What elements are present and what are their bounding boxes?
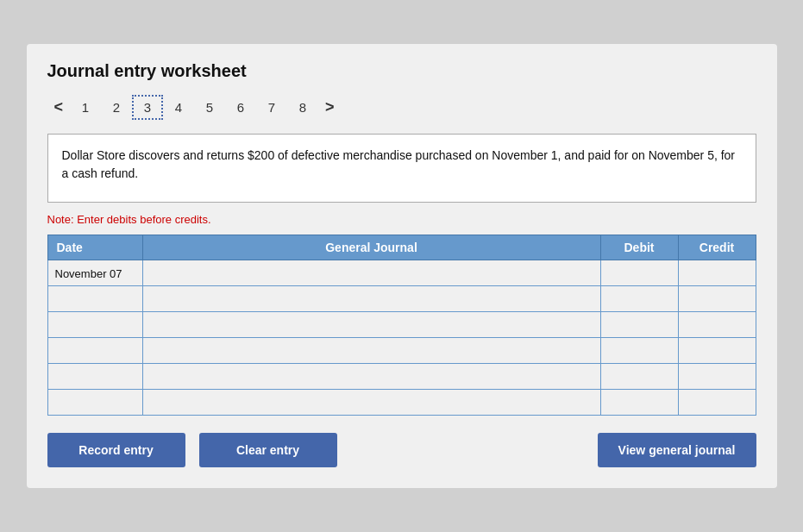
cell-general-0[interactable] bbox=[142, 260, 600, 286]
tab-2[interactable]: 2 bbox=[101, 97, 132, 118]
table-row bbox=[47, 364, 756, 390]
col-header-date: Date bbox=[47, 235, 142, 260]
input-debit-4[interactable] bbox=[601, 364, 678, 389]
cell-general-5[interactable] bbox=[142, 390, 600, 416]
tab-4[interactable]: 4 bbox=[163, 97, 194, 118]
input-general-5[interactable] bbox=[143, 390, 600, 415]
input-credit-4[interactable] bbox=[679, 364, 756, 389]
table-row bbox=[47, 312, 756, 338]
input-credit-5[interactable] bbox=[679, 390, 756, 415]
col-header-debit: Debit bbox=[600, 235, 678, 260]
table-row bbox=[47, 286, 756, 312]
cell-debit-4[interactable] bbox=[600, 364, 678, 390]
tab-3[interactable]: 3 bbox=[132, 95, 163, 120]
table-row bbox=[47, 338, 756, 364]
tab-navigation: < 12345678> bbox=[47, 95, 756, 120]
input-credit-3[interactable] bbox=[679, 338, 756, 363]
col-header-credit: Credit bbox=[678, 235, 756, 260]
cell-general-3[interactable] bbox=[142, 338, 600, 364]
input-general-1[interactable] bbox=[143, 286, 600, 311]
cell-date-4[interactable] bbox=[47, 364, 142, 390]
tab-7[interactable]: 7 bbox=[256, 97, 287, 118]
journal-table: Date General Journal Debit Credit Novemb… bbox=[47, 235, 756, 416]
cell-debit-0[interactable] bbox=[600, 260, 678, 286]
cell-debit-2[interactable] bbox=[600, 312, 678, 338]
cell-credit-2[interactable] bbox=[678, 312, 756, 338]
input-date-3[interactable] bbox=[48, 338, 142, 363]
note-text: Note: Enter debits before credits. bbox=[47, 213, 756, 226]
input-general-4[interactable] bbox=[143, 364, 600, 389]
cell-credit-0[interactable] bbox=[678, 260, 756, 286]
input-date-1[interactable] bbox=[48, 286, 142, 311]
next-arrow[interactable]: > bbox=[318, 95, 342, 120]
tab-6[interactable]: 6 bbox=[225, 97, 256, 118]
prev-arrow[interactable]: < bbox=[47, 95, 71, 120]
button-row: Record entry Clear entry View general jo… bbox=[47, 433, 756, 467]
input-general-0[interactable] bbox=[143, 260, 600, 285]
cell-date-2[interactable] bbox=[47, 312, 142, 338]
input-debit-0[interactable] bbox=[601, 260, 678, 285]
cell-credit-5[interactable] bbox=[678, 390, 756, 416]
input-date-2[interactable] bbox=[48, 312, 142, 337]
input-date-4[interactable] bbox=[48, 364, 142, 389]
tab-8[interactable]: 8 bbox=[287, 97, 318, 118]
table-row: November 07 bbox=[47, 260, 756, 286]
view-general-journal-button[interactable]: View general journal bbox=[598, 433, 756, 467]
cell-credit-1[interactable] bbox=[678, 286, 756, 312]
cell-general-2[interactable] bbox=[142, 312, 600, 338]
input-debit-3[interactable] bbox=[601, 338, 678, 363]
record-entry-button[interactable]: Record entry bbox=[47, 433, 185, 467]
tab-1[interactable]: 1 bbox=[70, 97, 101, 118]
cell-general-1[interactable] bbox=[142, 286, 600, 312]
main-container: Journal entry worksheet < 12345678> Doll… bbox=[27, 44, 777, 488]
tab-5[interactable]: 5 bbox=[194, 97, 225, 118]
input-credit-2[interactable] bbox=[679, 312, 756, 337]
table-row bbox=[47, 390, 756, 416]
cell-date-5[interactable] bbox=[47, 390, 142, 416]
col-header-general: General Journal bbox=[142, 235, 600, 260]
input-debit-1[interactable] bbox=[601, 286, 678, 311]
input-debit-2[interactable] bbox=[601, 312, 678, 337]
cell-debit-5[interactable] bbox=[600, 390, 678, 416]
clear-entry-button[interactable]: Clear entry bbox=[199, 433, 337, 467]
input-debit-5[interactable] bbox=[601, 390, 678, 415]
input-general-3[interactable] bbox=[143, 338, 600, 363]
input-credit-1[interactable] bbox=[679, 286, 756, 311]
cell-date-3[interactable] bbox=[47, 338, 142, 364]
cell-credit-4[interactable] bbox=[678, 364, 756, 390]
cell-debit-1[interactable] bbox=[600, 286, 678, 312]
cell-general-4[interactable] bbox=[142, 364, 600, 390]
cell-credit-3[interactable] bbox=[678, 338, 756, 364]
cell-date-1[interactable] bbox=[47, 286, 142, 312]
page-title: Journal entry worksheet bbox=[47, 61, 756, 81]
input-date-5[interactable] bbox=[48, 390, 142, 415]
input-general-2[interactable] bbox=[143, 312, 600, 337]
cell-debit-3[interactable] bbox=[600, 338, 678, 364]
description-box: Dollar Store discovers and returns $200 … bbox=[47, 134, 756, 203]
cell-date-0: November 07 bbox=[47, 260, 142, 286]
input-credit-0[interactable] bbox=[679, 260, 756, 285]
